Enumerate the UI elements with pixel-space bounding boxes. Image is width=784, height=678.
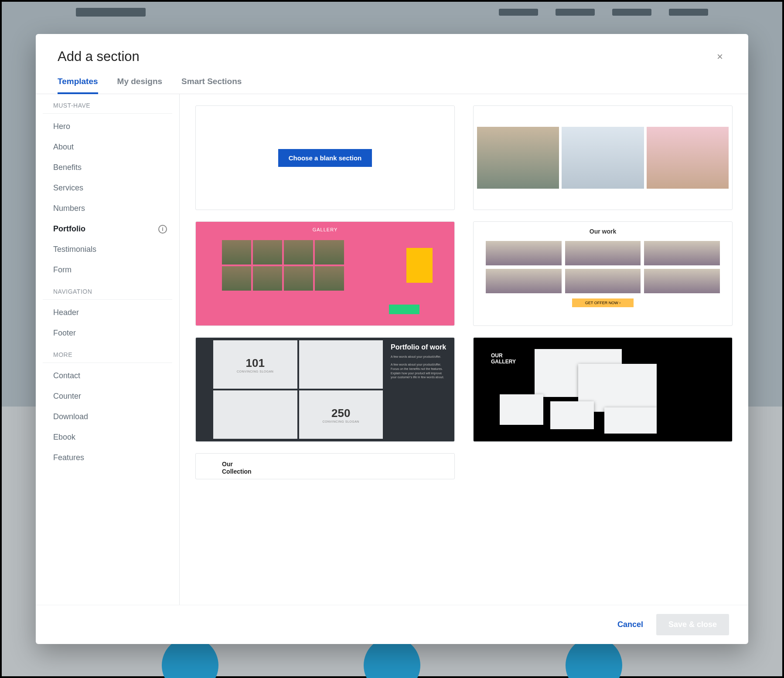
preview-signup [389,305,419,314]
sidebar-item-features[interactable]: Features [36,447,179,468]
modal-title: Add a section [58,49,140,64]
sidebar-item-services[interactable]: Services [36,178,179,198]
sidebar-item-contact[interactable]: Contact [36,366,179,386]
group-navigation: NAVIGATION [43,280,172,300]
sidebar-item-label: Services [53,183,83,193]
template-card-collection[interactable]: OurCollection [195,453,455,479]
group-must-have: MUST-HAVE [43,94,172,114]
template-card-black-gallery[interactable]: OURGALLERY [473,337,733,442]
group-more: MORE [43,343,172,363]
sidebar-item-counter[interactable]: Counter [36,386,179,407]
sidebar-item-footer[interactable]: Footer [36,323,179,343]
sidebar-item-form[interactable]: Form [36,260,179,280]
tab-bar: Templates My designs Smart Sections [36,64,748,94]
preview-slogan: CONVINCING SLOGAN [237,370,273,373]
sidebar-item-label: Numbers [53,204,85,213]
sidebar-item-label: Form [53,265,72,275]
preview-slogan: CONVINCING SLOGAN [323,420,359,423]
tab-templates[interactable]: Templates [58,77,98,94]
sidebar-item-label: Portfolio [53,224,85,234]
preview-label: OURGALLERY [491,353,516,365]
sidebar-item-label: Footer [53,329,76,338]
sidebar-item-portfolio[interactable]: Portfolio i [36,219,179,239]
modal-footer: Cancel Save & close [36,605,748,644]
sidebar-item-label: Features [53,453,84,462]
sidebar-item-label: Header [53,308,79,317]
tab-smart-sections[interactable]: Smart Sections [181,77,242,94]
sidebar-item-ebook[interactable]: Ebook [36,427,179,447]
preview-title: Portfolio of work [391,343,448,351]
cancel-button[interactable]: Cancel [617,620,643,629]
sidebar-item-label: Counter [53,392,81,401]
sidebar-item-label: About [53,142,74,152]
sidebar-item-numbers[interactable]: Numbers [36,198,179,219]
category-sidebar: MUST-HAVE Hero About Benefits Services N… [36,94,180,605]
template-card-pink-gallery[interactable]: GALLERY [195,221,455,326]
sidebar-item-label: Contact [53,371,80,380]
template-card-venice[interactable] [473,105,733,210]
sidebar-item-benefits[interactable]: Benefits [36,157,179,178]
preview-title: Our work [486,228,720,235]
template-card-portfolio-dark[interactable]: 101CONVINCING SLOGAN 250CONVINCING SLOGA… [195,337,455,442]
sidebar-item-label: Benefits [53,163,82,172]
template-gallery: Choose a blank section GALLERY Our work … [180,94,748,605]
preview-title: OurCollection [222,461,252,475]
choose-blank-button[interactable]: Choose a blank section [278,149,372,167]
sidebar-item-label: Testimonials [53,245,96,254]
sidebar-item-header[interactable]: Header [36,302,179,323]
sidebar-item-label: Download [53,412,88,421]
preview-desc: A few words about your product/offer. Fo… [391,363,448,380]
close-button[interactable]: × [713,49,726,64]
add-section-modal: Add a section × Templates My designs Sma… [36,34,748,644]
sidebar-item-hero[interactable]: Hero [36,116,179,137]
preview-button: GET OFFER NOW › [572,298,634,307]
tab-my-designs[interactable]: My designs [117,77,162,94]
info-icon[interactable]: i [158,225,167,234]
sidebar-item-about[interactable]: About [36,137,179,157]
preview-number: 250 [331,407,350,420]
template-card-our-work[interactable]: Our work GET OFFER NOW › [473,221,733,326]
preview-sub: A few words about your product/offer. [391,355,448,359]
preview-number: 101 [246,356,265,370]
sidebar-item-download[interactable]: Download [36,407,179,427]
save-close-button[interactable]: Save & close [656,614,729,635]
sidebar-item-testimonials[interactable]: Testimonials [36,239,179,260]
template-card-blank[interactable]: Choose a blank section [195,105,455,210]
preview-title: GALLERY [196,227,454,232]
sidebar-item-label: Hero [53,122,70,131]
sidebar-item-label: Ebook [53,433,75,442]
